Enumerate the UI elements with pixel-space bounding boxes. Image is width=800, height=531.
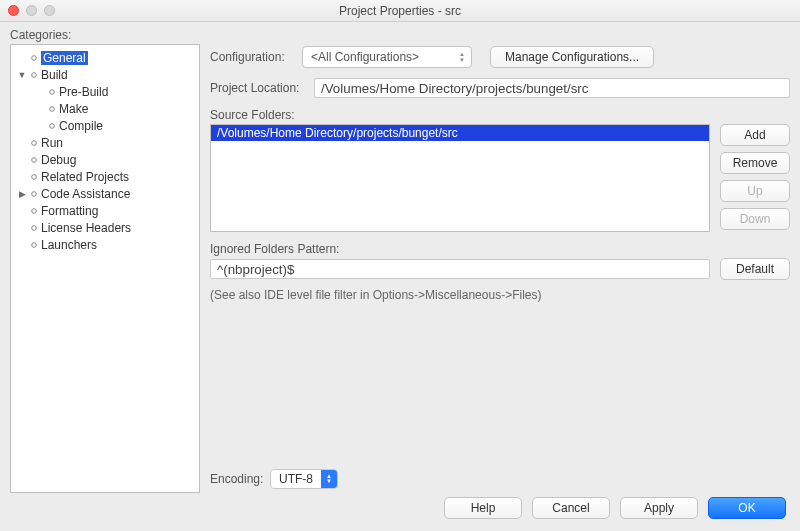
- down-button: Down: [720, 208, 790, 230]
- tree-item-label: License Headers: [41, 221, 131, 235]
- configuration-label: Configuration:: [210, 50, 302, 64]
- remove-button[interactable]: Remove: [720, 152, 790, 174]
- cancel-button[interactable]: Cancel: [532, 497, 610, 519]
- tree-item-label: Related Projects: [41, 170, 129, 184]
- bullet-icon: [47, 104, 57, 114]
- ok-button[interactable]: OK: [708, 497, 786, 519]
- svg-point-4: [50, 123, 55, 128]
- tree-item-related-projects[interactable]: Related Projects: [11, 168, 199, 185]
- project-location-label: Project Location:: [210, 81, 314, 95]
- bullet-icon: [47, 121, 57, 131]
- tree-item-run[interactable]: Run: [11, 134, 199, 151]
- tree-item-build[interactable]: ▼Build: [11, 66, 199, 83]
- svg-point-11: [32, 242, 37, 247]
- bullet-icon: [29, 70, 39, 80]
- add-button[interactable]: Add: [720, 124, 790, 146]
- tree-item-label: Code Assistance: [41, 187, 130, 201]
- bullet-icon: [29, 53, 39, 63]
- encoding-value: UTF-8: [271, 472, 321, 486]
- tree-item-general[interactable]: General: [11, 49, 199, 66]
- configuration-select[interactable]: <All Configurations> ▲▼: [302, 46, 472, 68]
- svg-point-0: [32, 55, 37, 60]
- categories-tree[interactable]: General▼BuildPre-BuildMakeCompileRunDebu…: [10, 44, 200, 493]
- bullet-icon: [29, 240, 39, 250]
- window-title: Project Properties - src: [339, 4, 461, 18]
- list-item[interactable]: /Volumes/Home Directory/projects/bunget/…: [211, 125, 709, 141]
- tree-item-label: Make: [59, 102, 88, 116]
- bullet-icon: [29, 189, 39, 199]
- svg-point-5: [32, 140, 37, 145]
- stepper-icon: ▲▼: [459, 51, 465, 63]
- tree-item-label: General: [41, 51, 88, 65]
- svg-point-3: [50, 106, 55, 111]
- svg-point-1: [32, 72, 37, 77]
- source-folders-label: Source Folders:: [210, 108, 790, 122]
- svg-point-8: [32, 191, 37, 196]
- tree-item-license-headers[interactable]: License Headers: [11, 219, 199, 236]
- tree-item-launchers[interactable]: Launchers: [11, 236, 199, 253]
- tree-item-label: Compile: [59, 119, 103, 133]
- help-button[interactable]: Help: [444, 497, 522, 519]
- bullet-icon: [29, 223, 39, 233]
- ignored-pattern-label: Ignored Folders Pattern:: [210, 242, 790, 256]
- configuration-value: <All Configurations>: [311, 50, 419, 64]
- tree-item-pre-build[interactable]: Pre-Build: [11, 83, 199, 100]
- svg-point-6: [32, 157, 37, 162]
- tree-item-label: Formatting: [41, 204, 98, 218]
- disclosure-open-icon[interactable]: ▼: [15, 70, 29, 80]
- svg-point-7: [32, 174, 37, 179]
- tree-item-code-assistance[interactable]: ▶Code Assistance: [11, 185, 199, 202]
- bullet-icon: [29, 206, 39, 216]
- manage-configurations-button[interactable]: Manage Configurations...: [490, 46, 654, 68]
- project-location-field: [314, 78, 790, 98]
- svg-point-10: [32, 225, 37, 230]
- bullet-icon: [29, 172, 39, 182]
- svg-point-9: [32, 208, 37, 213]
- svg-point-2: [50, 89, 55, 94]
- tree-item-make[interactable]: Make: [11, 100, 199, 117]
- tree-item-formatting[interactable]: Formatting: [11, 202, 199, 219]
- encoding-select[interactable]: UTF-8 ▲▼: [270, 469, 338, 489]
- up-button: Up: [720, 180, 790, 202]
- tree-item-label: Run: [41, 136, 63, 150]
- bullet-icon: [29, 138, 39, 148]
- tree-item-label: Debug: [41, 153, 76, 167]
- zoom-icon: [44, 5, 55, 16]
- chevron-updown-icon: ▲▼: [321, 470, 337, 488]
- ignored-hint: (See also IDE level file filter in Optio…: [210, 288, 790, 302]
- tree-item-label: Launchers: [41, 238, 97, 252]
- encoding-label: Encoding:: [210, 472, 270, 486]
- tree-item-label: Pre-Build: [59, 85, 108, 99]
- minimize-icon: [26, 5, 37, 16]
- tree-item-label: Build: [41, 68, 68, 82]
- ignored-pattern-field[interactable]: [210, 259, 710, 279]
- default-button[interactable]: Default: [720, 258, 790, 280]
- categories-label: Categories:: [10, 28, 200, 42]
- bullet-icon: [47, 87, 57, 97]
- bullet-icon: [29, 155, 39, 165]
- tree-item-debug[interactable]: Debug: [11, 151, 199, 168]
- titlebar: Project Properties - src: [0, 0, 800, 22]
- tree-item-compile[interactable]: Compile: [11, 117, 199, 134]
- apply-button[interactable]: Apply: [620, 497, 698, 519]
- source-folders-list[interactable]: /Volumes/Home Directory/projects/bunget/…: [210, 124, 710, 232]
- disclosure-closed-icon[interactable]: ▶: [15, 189, 29, 199]
- close-icon[interactable]: [8, 5, 19, 16]
